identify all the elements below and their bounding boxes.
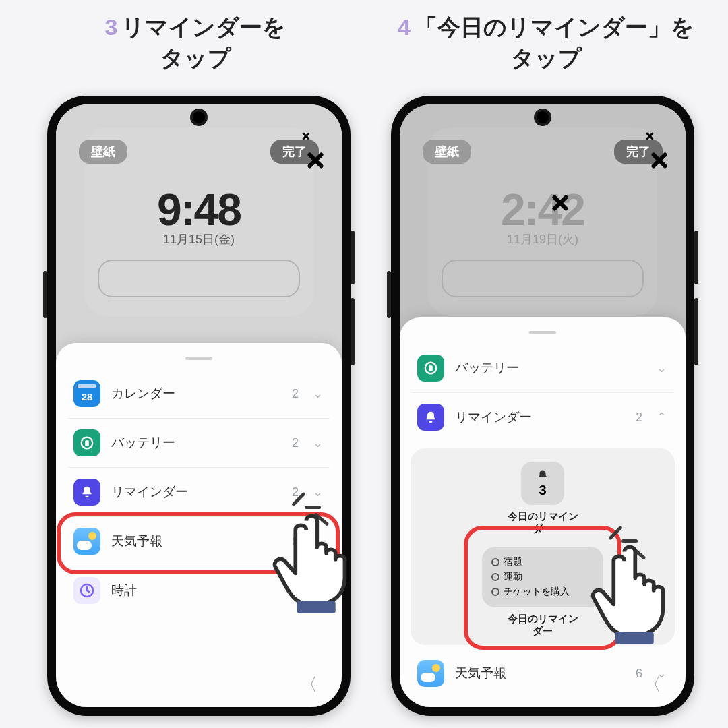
done-label: 完了 [282,145,307,158]
widget-app-row-calendar[interactable]: 28 カレンダー 2 ⌄ [68,369,330,419]
bullet-icon [491,573,499,581]
reminder-item: 運動 [491,571,593,583]
widget-app-row-weather[interactable]: 天気予報 6 ⌄ [68,517,330,566]
phone-mockup-right: 壁紙 完了 2:42 11月19日(火) [391,96,694,716]
chevron-down-icon: ⌄ [311,485,324,499]
row-label: バッテリー [455,359,622,377]
step4-line2: タップ [364,43,728,74]
reminder-widgets-card: 3 今日のリマインダー 宿題 運動 チケットを購入 今日のリマインダー [411,448,675,645]
step4-caption: 4「今日のリマインダー」を タップ [364,12,728,74]
bell-icon [73,479,100,506]
chevron-down-icon: ⌄ [311,534,324,549]
lock-clock-date: 11月15日(金) [56,231,342,247]
battery-icon [73,429,100,456]
row-count: 6 [289,535,299,549]
volume-button [351,231,355,284]
row-count: 1 [289,584,299,598]
volume-button [351,298,355,365]
volume-button [694,231,698,284]
widget-app-row-weather[interactable]: 天気予報 6 ⌄ [412,649,673,698]
weather-icon [417,660,444,687]
lock-clock-time: 9:48 [56,184,342,235]
widget-caption-small: 今日のリマインダー [508,510,578,535]
power-button [387,271,391,318]
done-button[interactable]: 完了 [270,140,319,164]
step3-line1: リマインダーを [121,14,286,40]
widget-picker-sheet: バッテリー ⌄ リマインダー 2 ⌃ [400,317,686,707]
done-button[interactable]: 完了 [614,140,663,164]
row-label: リマインダー [455,408,622,426]
chevron-down-icon: ⌄ [311,386,324,401]
chevron-down-icon: ⌄ [655,361,668,375]
widget-app-row-reminder[interactable]: リマインダー 2 ⌃ [412,393,673,442]
chevron-down-icon: ⌄ [311,583,324,598]
back-chevron[interactable]: 〈 [644,673,661,696]
drag-handle[interactable] [529,331,556,334]
row-label: カレンダー [111,385,278,402]
battery-icon [417,355,444,382]
widget-app-row-battery[interactable]: バッテリー 2 ⌄ [68,419,330,468]
reminder-item: チケットを購入 [491,586,593,598]
bell-icon [417,404,444,431]
reminder-item: 宿題 [491,556,593,568]
bell-icon [537,469,549,481]
power-button [43,271,47,318]
done-label: 完了 [626,145,650,158]
volume-button [694,298,698,365]
row-label: バッテリー [111,434,278,452]
empty-widget-slot[interactable] [98,260,300,297]
widget-picker-sheet: 28 カレンダー 2 ⌄ バッテリー 2 ⌄ [56,343,342,707]
reminder-widget-large[interactable]: 宿題 運動 チケットを購入 [482,547,603,607]
row-count: 2 [633,411,642,425]
reminder-widget-small[interactable]: 3 [521,462,564,505]
widget-app-row-battery[interactable]: バッテリー ⌄ [412,344,673,393]
step3-line2: タップ [20,43,371,74]
clock-icon [73,577,100,604]
step3-caption: 3リマインダーを タップ [20,12,371,74]
sparkle-icon [645,131,655,141]
sparkle-icon [301,131,311,141]
phone-mockup-left: 壁紙 完了 9:48 11月15日(金) [47,96,351,716]
svg-rect-1 [85,440,89,446]
lock-clock-time: 2:42 [400,184,686,235]
widget-app-row-clock[interactable]: 時計 1 ⌄ [68,566,330,615]
empty-widget-slot[interactable] [442,260,644,297]
step4-number: 4 [398,14,411,40]
row-label: 天気予報 [455,665,622,682]
weather-icon [73,528,100,555]
sparkle-icon [305,150,326,171]
widget-count: 3 [539,483,546,498]
front-camera [193,111,205,123]
sparkle-icon [649,150,669,171]
lock-clock-date: 11月19日(火) [400,231,686,247]
row-label: 天気予報 [111,533,278,550]
wallpaper-button[interactable]: 壁紙 [79,140,127,164]
bullet-icon [491,588,499,596]
step3-number: 3 [105,14,118,40]
chevron-up-icon: ⌃ [655,410,668,425]
chevron-down-icon: ⌄ [311,435,324,450]
row-count: 2 [289,387,299,401]
calendar-icon: 28 [73,380,100,407]
back-chevron[interactable]: 〈 [300,673,317,696]
row-count: 2 [289,436,299,450]
svg-rect-4 [429,365,433,371]
front-camera [537,111,549,123]
row-label: リマインダー [111,483,278,501]
step4-line1: 「今日のリマインダー」を [415,14,694,40]
widget-caption-large: 今日のリマインダー [508,613,578,637]
bullet-icon [491,558,499,566]
widget-app-row-reminder[interactable]: リマインダー 2 ⌄ [68,468,330,517]
row-label: 時計 [111,582,278,599]
drag-handle[interactable] [185,357,212,360]
wallpaper-button[interactable]: 壁紙 [423,140,471,164]
row-count: 6 [633,667,642,681]
